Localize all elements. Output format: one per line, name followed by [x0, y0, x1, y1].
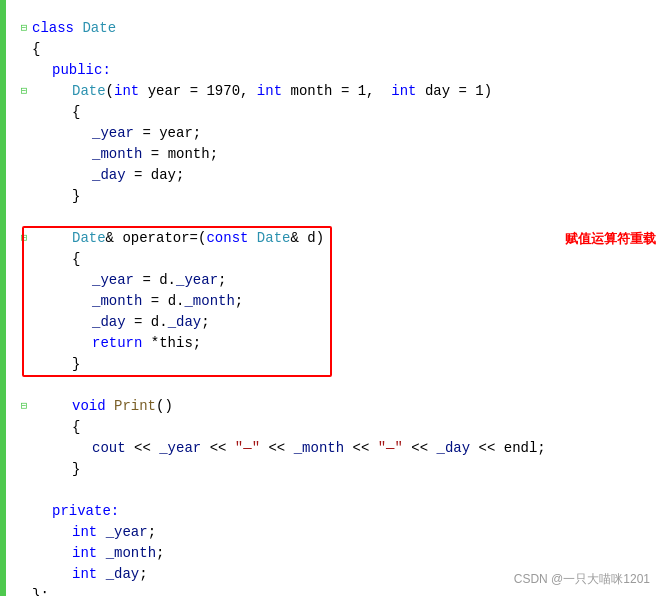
code-line: _year = year;: [16, 123, 656, 144]
code-line: [16, 207, 656, 228]
line-content: }: [32, 186, 656, 207]
line-content: }: [32, 354, 656, 375]
code-line: _year = d._year;: [16, 270, 656, 291]
line-content: _year = year;: [32, 123, 656, 144]
line-content: Date(int year = 1970, int month = 1, int…: [32, 81, 656, 102]
code-line: ⊟void Print(): [16, 396, 656, 417]
code-line: return *this;: [16, 333, 656, 354]
line-content: int _month;: [32, 543, 656, 564]
line-content: _day = d._day;: [32, 312, 656, 333]
line-content: _year = d._year;: [32, 270, 656, 291]
code-line: int _year;: [16, 522, 656, 543]
code-line: [16, 480, 656, 501]
annotation-label: 赋值运算符重载: [565, 228, 656, 249]
line-content: {: [32, 417, 656, 438]
code-line: [16, 375, 656, 396]
line-content: void Print(): [32, 396, 656, 417]
line-content: int _year;: [32, 522, 656, 543]
line-content: {: [32, 249, 656, 270]
code-line: _month = d._month;: [16, 291, 656, 312]
fold-icon[interactable]: ⊟: [16, 228, 32, 249]
line-content: _month = d._month;: [32, 291, 656, 312]
code-line: {: [16, 417, 656, 438]
line-content: {: [32, 39, 656, 60]
fold-icon[interactable]: ⊟: [16, 81, 32, 102]
code-line: }: [16, 186, 656, 207]
code-line: public:: [16, 60, 656, 81]
fold-icon[interactable]: ⊟: [16, 396, 32, 417]
code-line: _day = day;: [16, 165, 656, 186]
code-line: _day = d._day;: [16, 312, 656, 333]
line-content: _day = day;: [32, 165, 656, 186]
line-content: Date& operator=(const Date& d): [32, 228, 525, 249]
code-area: ⊟class Date{public:⊟Date(int year = 1970…: [6, 10, 666, 596]
line-content: }: [32, 459, 656, 480]
code-line: private:: [16, 501, 656, 522]
line-content: class Date: [32, 18, 656, 39]
code-line: }: [16, 354, 656, 375]
code-line: _month = month;: [16, 144, 656, 165]
code-line: int _month;: [16, 543, 656, 564]
line-content: {: [32, 102, 656, 123]
code-line: cout << _year << "—" << _month << "—" <<…: [16, 438, 656, 459]
code-line: }: [16, 459, 656, 480]
code-line: ⊟Date& operator=(const Date& d)赋值运算符重载: [16, 228, 656, 249]
line-content: private:: [32, 501, 656, 522]
line-content: cout << _year << "—" << _month << "—" <<…: [32, 438, 656, 459]
line-content: public:: [32, 60, 656, 81]
footer: CSDN @一只大喵咪1201: [514, 571, 650, 588]
line-content: _month = month;: [32, 144, 656, 165]
code-line: {: [16, 249, 656, 270]
code-container: ⊟class Date{public:⊟Date(int year = 1970…: [0, 0, 666, 596]
code-line: {: [16, 102, 656, 123]
line-content: return *this;: [32, 333, 656, 354]
code-line: ⊟class Date: [16, 18, 656, 39]
code-line: {: [16, 39, 656, 60]
code-line: ⊟Date(int year = 1970, int month = 1, in…: [16, 81, 656, 102]
fold-icon[interactable]: ⊟: [16, 18, 32, 39]
